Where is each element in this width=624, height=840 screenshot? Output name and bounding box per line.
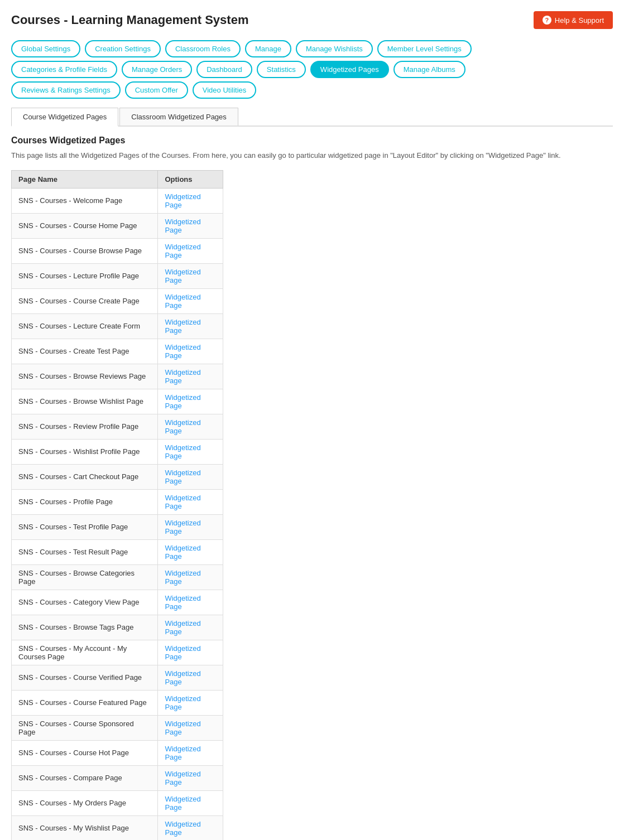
table-row: SNS - Courses - Course Browse PageWidget… <box>12 238 223 263</box>
widgetized-page-link[interactable]: Widgetized Page <box>165 218 200 234</box>
options-cell: Widgetized Page <box>158 564 223 590</box>
nav-btn-categories--profile-fields[interactable]: Categories & Profile Fields <box>11 61 117 78</box>
table-row: SNS - Courses - My Wishlist PageWidgetiz… <box>12 815 223 840</box>
widgetized-pages-table: Page Name Options SNS - Courses - Welcom… <box>11 170 223 841</box>
table-row: SNS - Courses - Course Create PageWidget… <box>12 288 223 313</box>
page-name-cell: SNS - Courses - Lecture Profile Page <box>12 263 158 288</box>
widgetized-page-link[interactable]: Widgetized Page <box>165 619 200 636</box>
page-name-cell: SNS - Courses - Profile Page <box>12 489 158 514</box>
widgetized-page-link[interactable]: Widgetized Page <box>165 694 200 711</box>
table-body: SNS - Courses - Welcome PageWidgetized P… <box>12 188 223 840</box>
page-name-cell: SNS - Courses - My Wishlist Page <box>12 815 158 840</box>
nav-btn-manage-wishlists[interactable]: Manage Wishlists <box>296 40 373 57</box>
options-cell: Widgetized Page <box>158 288 223 313</box>
options-cell: Widgetized Page <box>158 188 223 213</box>
table-row: SNS - Courses - Lecture Profile PageWidg… <box>12 263 223 288</box>
widgetized-page-link[interactable]: Widgetized Page <box>165 544 200 561</box>
help-icon: ? <box>543 16 551 25</box>
nav-container: Global SettingsCreation SettingsClassroo… <box>11 40 613 99</box>
widgetized-page-link[interactable]: Widgetized Page <box>165 569 200 586</box>
table-row: SNS - Courses - Cart Checkout PageWidget… <box>12 464 223 489</box>
table-row: SNS - Courses - Profile PageWidgetized P… <box>12 489 223 514</box>
nav-btn-global-settings[interactable]: Global Settings <box>11 40 80 57</box>
tabs-container: Course Widgetized PagesClassroom Widgeti… <box>11 108 613 127</box>
page-name-cell: SNS - Courses - Course Home Page <box>12 213 158 238</box>
table-row: SNS - Courses - Course Hot PageWidgetize… <box>12 740 223 765</box>
tab-0[interactable]: Course Widgetized Pages <box>11 108 118 127</box>
options-cell: Widgetized Page <box>158 489 223 514</box>
nav-btn-video-utilities[interactable]: Video Utilities <box>193 81 257 99</box>
page-name-cell: SNS - Courses - Welcome Page <box>12 188 158 213</box>
page-name-cell: SNS - Courses - Create Test Page <box>12 339 158 364</box>
options-cell: Widgetized Page <box>158 389 223 414</box>
table-row: SNS - Courses - Test Profile PageWidgeti… <box>12 514 223 539</box>
options-cell: Widgetized Page <box>158 414 223 439</box>
widgetized-page-link[interactable]: Widgetized Page <box>165 268 200 284</box>
widgetized-page-link[interactable]: Widgetized Page <box>165 343 200 360</box>
widgetized-page-link[interactable]: Widgetized Page <box>165 469 200 485</box>
widgetized-page-link[interactable]: Widgetized Page <box>165 644 200 661</box>
options-cell: Widgetized Page <box>158 339 223 364</box>
widgetized-page-link[interactable]: Widgetized Page <box>165 368 200 385</box>
widgetized-page-link[interactable]: Widgetized Page <box>165 494 200 510</box>
widgetized-page-link[interactable]: Widgetized Page <box>165 594 200 611</box>
page-header: Courses - Learning Management System ? H… <box>11 11 613 29</box>
widgetized-page-link[interactable]: Widgetized Page <box>165 318 200 335</box>
options-cell: Widgetized Page <box>158 640 223 665</box>
widgetized-page-link[interactable]: Widgetized Page <box>165 795 200 812</box>
page-name-cell: SNS - Courses - My Orders Page <box>12 790 158 815</box>
nav-btn-reviews--ratings-settings[interactable]: Reviews & Ratings Settings <box>11 81 121 99</box>
widgetized-page-link[interactable]: Widgetized Page <box>165 669 200 686</box>
widgetized-page-link[interactable]: Widgetized Page <box>165 820 200 837</box>
table-row: SNS - Courses - Create Test PageWidgetiz… <box>12 339 223 364</box>
widgetized-page-link[interactable]: Widgetized Page <box>165 770 200 786</box>
page-name-cell: SNS - Courses - Test Result Page <box>12 539 158 564</box>
nav-btn-manage-albums[interactable]: Manage Albums <box>393 61 465 78</box>
table-row: SNS - Courses - Browse Categories PageWi… <box>12 564 223 590</box>
page-name-cell: SNS - Courses - Browse Tags Page <box>12 615 158 640</box>
options-cell: Widgetized Page <box>158 715 223 740</box>
page-name-cell: SNS - Courses - Course Browse Page <box>12 238 158 263</box>
tab-1[interactable]: Classroom Widgetized Pages <box>119 108 238 125</box>
options-cell: Widgetized Page <box>158 514 223 539</box>
options-cell: Widgetized Page <box>158 213 223 238</box>
nav-btn-dashboard[interactable]: Dashboard <box>196 61 252 78</box>
nav-btn-member-level-settings[interactable]: Member Level Settings <box>377 40 472 57</box>
nav-btn-manage[interactable]: Manage <box>245 40 291 57</box>
widgetized-page-link[interactable]: Widgetized Page <box>165 192 200 209</box>
widgetized-page-link[interactable]: Widgetized Page <box>165 443 200 460</box>
nav-row-2: Reviews & Ratings SettingsCustom OfferVi… <box>11 81 613 99</box>
options-cell: Widgetized Page <box>158 615 223 640</box>
nav-btn-manage-orders[interactable]: Manage Orders <box>122 61 192 78</box>
widgetized-page-link[interactable]: Widgetized Page <box>165 745 200 761</box>
options-cell: Widgetized Page <box>158 364 223 389</box>
section-description: This page lists all the Widgetized Pages… <box>11 150 613 161</box>
table-row: SNS - Courses - Course Verified PageWidg… <box>12 665 223 690</box>
widgetized-page-link[interactable]: Widgetized Page <box>165 243 200 259</box>
options-cell: Widgetized Page <box>158 539 223 564</box>
nav-btn-statistics[interactable]: Statistics <box>257 61 306 78</box>
options-cell: Widgetized Page <box>158 665 223 690</box>
nav-btn-custom-offer[interactable]: Custom Offer <box>125 81 188 99</box>
options-cell: Widgetized Page <box>158 464 223 489</box>
widgetized-page-link[interactable]: Widgetized Page <box>165 393 200 410</box>
nav-btn-creation-settings[interactable]: Creation Settings <box>85 40 161 57</box>
tabs-row: Course Widgetized PagesClassroom Widgeti… <box>11 108 613 125</box>
widgetized-page-link[interactable]: Widgetized Page <box>165 418 200 435</box>
page-name-cell: SNS - Courses - Lecture Create Form <box>12 313 158 339</box>
table-row: SNS - Courses - Compare PageWidgetized P… <box>12 765 223 790</box>
nav-btn-classroom-roles[interactable]: Classroom Roles <box>165 40 241 57</box>
widgetized-page-link[interactable]: Widgetized Page <box>165 519 200 535</box>
options-cell: Widgetized Page <box>158 313 223 339</box>
page-name-cell: SNS - Courses - Course Verified Page <box>12 665 158 690</box>
options-cell: Widgetized Page <box>158 238 223 263</box>
options-cell: Widgetized Page <box>158 263 223 288</box>
page-name-cell: SNS - Courses - Test Profile Page <box>12 514 158 539</box>
table-row: SNS - Courses - Category View PageWidget… <box>12 590 223 615</box>
nav-btn-widgetized-pages[interactable]: Widgetized Pages <box>310 61 389 78</box>
widgetized-page-link[interactable]: Widgetized Page <box>165 720 200 736</box>
table-row: SNS - Courses - Review Profile PageWidge… <box>12 414 223 439</box>
help-support-button[interactable]: ? Help & Support <box>534 11 613 29</box>
widgetized-page-link[interactable]: Widgetized Page <box>165 293 200 310</box>
options-cell: Widgetized Page <box>158 790 223 815</box>
